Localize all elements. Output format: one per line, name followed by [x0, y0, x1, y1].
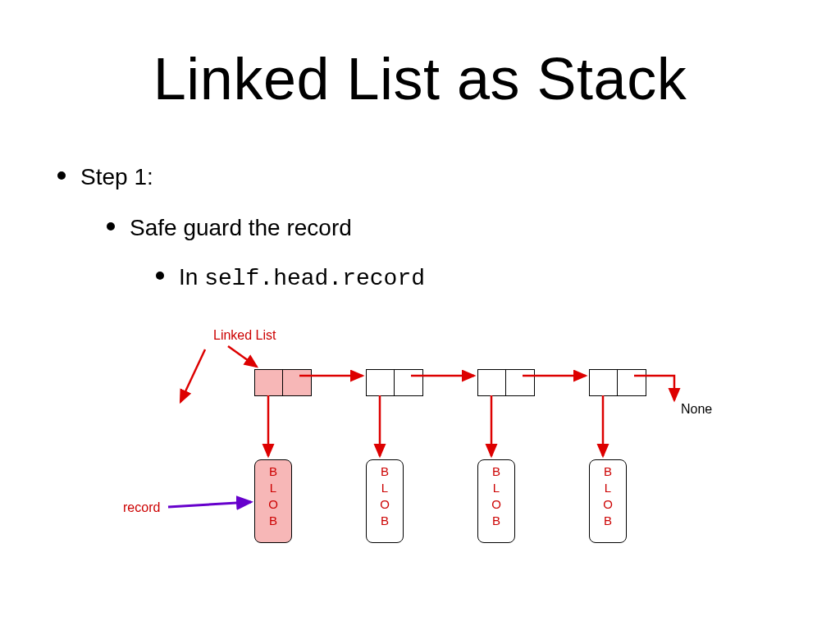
slide-title: Linked List as Stack — [0, 45, 840, 112]
bullet-level-2: Safe guard the record — [107, 215, 425, 241]
bullet-3-code: self.head.record — [204, 266, 425, 291]
svg-line-1 — [180, 349, 205, 402]
svg-line-9 — [168, 502, 251, 507]
bullet-dot — [57, 171, 66, 180]
diagram-arrows — [123, 328, 730, 558]
bullet-1-text: Step 1: — [80, 164, 153, 189]
bullet-level-3: In self.head.record — [156, 264, 425, 291]
linked-list-diagram: Linked List record None BLOB BLOB BLOB B… — [123, 328, 730, 558]
bullet-level-1: Step 1: — [57, 164, 425, 190]
bullet-dot — [156, 272, 164, 280]
bullet-dot — [107, 222, 115, 231]
bullet-list: Step 1: Safe guard the record In self.he… — [57, 156, 425, 291]
slide: Linked List as Stack Step 1: Safe guard … — [0, 0, 840, 630]
bullet-2-text: Safe guard the record — [130, 215, 352, 240]
svg-line-0 — [228, 346, 257, 367]
bullet-3-prefix: In — [179, 264, 204, 290]
